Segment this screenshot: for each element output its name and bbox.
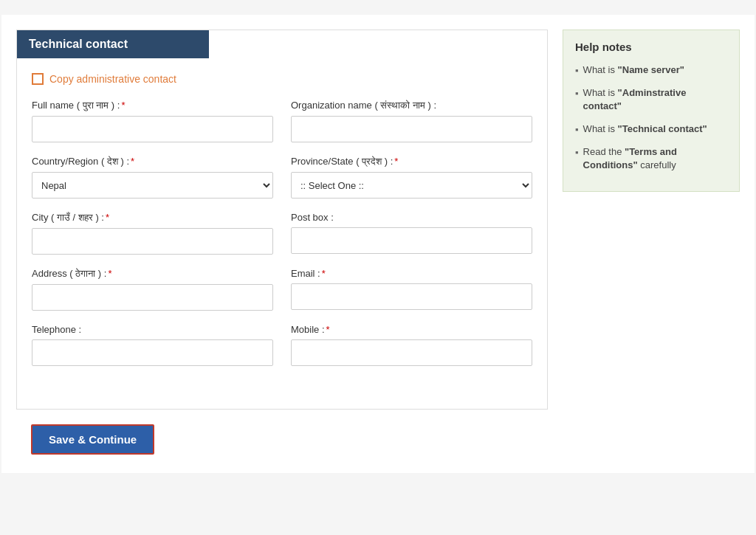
- help-note-item-4: Read the "Terms and Conditions" carefull…: [575, 145, 727, 172]
- email-required-star: *: [322, 268, 326, 279]
- group-mobile: Mobile :*: [291, 324, 532, 366]
- province-select[interactable]: :: Select One :: Province 1 Province 2 B…: [291, 172, 532, 199]
- group-city: City ( गाउँ / शहर ) :*: [32, 212, 273, 255]
- city-input[interactable]: [32, 228, 273, 255]
- country-select[interactable]: Nepal India China Other: [32, 172, 273, 199]
- copy-admin-checkbox[interactable]: [32, 73, 44, 85]
- province-required-star: *: [394, 156, 398, 167]
- help-note-item-3: What is "Technical contact": [575, 122, 727, 137]
- group-email: Email :*: [291, 268, 532, 311]
- help-note-item-1: What is "Name server": [575, 63, 727, 77]
- province-label: Province/State ( प्रदेश ) :*: [291, 156, 532, 168]
- row-fullname-org: Full name ( पुरा नाम ) :* Organization n…: [32, 100, 532, 142]
- address-input[interactable]: [32, 284, 273, 311]
- orgname-input[interactable]: [291, 116, 532, 142]
- country-label: Country/Region ( देश ) :*: [32, 156, 273, 168]
- copy-admin-label[interactable]: Copy administrative contact: [49, 73, 176, 85]
- fullname-label: Full name ( पुरा नाम ) :*: [32, 100, 273, 111]
- save-btn-row: Save & Continue: [16, 410, 548, 458]
- city-required-star: *: [106, 212, 109, 223]
- help-note-item-2: What is "Adminstrative contact": [575, 86, 727, 113]
- country-required-star: *: [131, 156, 134, 167]
- telephone-input[interactable]: [32, 339, 273, 366]
- group-address: Address ( ठेगाना ) :*: [32, 268, 273, 311]
- page-wrapper: Technical contact Copy administrative co…: [9, 22, 747, 466]
- form-title: Technical contact: [17, 30, 209, 58]
- page-outer: Technical contact Copy administrative co…: [1, 15, 755, 473]
- group-postbox: Post box :: [291, 212, 532, 255]
- city-label: City ( गाउँ / शहर ) :*: [32, 212, 273, 224]
- save-continue-button[interactable]: Save & Continue: [31, 424, 154, 455]
- help-notes-box: Help notes What is "Name server" What is…: [563, 30, 740, 192]
- form-card: Technical contact Copy administrative co…: [16, 30, 548, 410]
- row-city-postbox: City ( गाउँ / शहर ) :* Post box :: [32, 212, 532, 255]
- address-label: Address ( ठेगाना ) :*: [32, 268, 273, 280]
- group-country: Country/Region ( देश ) :* Nepal India Ch…: [32, 156, 273, 199]
- row-country-province: Country/Region ( देश ) :* Nepal India Ch…: [32, 156, 532, 199]
- group-orgname: Organization name ( संस्थाको नाम ) :: [291, 100, 532, 142]
- main-form-container: Technical contact Copy administrative co…: [16, 30, 548, 458]
- postbox-label: Post box :: [291, 212, 532, 223]
- email-input[interactable]: [291, 283, 532, 310]
- copy-admin-row: Copy administrative contact: [32, 73, 532, 85]
- help-notes-title: Help notes: [575, 41, 727, 53]
- fullname-required-star: *: [121, 100, 125, 111]
- mobile-label: Mobile :*: [291, 324, 532, 335]
- row-telephone-mobile: Telephone : Mobile :*: [32, 324, 532, 366]
- mobile-input[interactable]: [291, 339, 532, 366]
- row-address-email: Address ( ठेगाना ) :* Email :*: [32, 268, 532, 311]
- group-telephone: Telephone :: [32, 324, 273, 366]
- help-notes-list: What is "Name server" What is "Adminstra…: [575, 63, 727, 172]
- email-label: Email :*: [291, 268, 532, 279]
- form-body: Copy administrative contact Full name ( …: [17, 66, 547, 394]
- telephone-label: Telephone :: [32, 324, 273, 335]
- fullname-input[interactable]: [32, 116, 273, 142]
- orgname-label: Organization name ( संस्थाको नाम ) :: [291, 100, 532, 111]
- sidebar: Help notes What is "Name server" What is…: [563, 30, 740, 458]
- group-province: Province/State ( प्रदेश ) :* :: Select O…: [291, 156, 532, 199]
- group-fullname: Full name ( पुरा नाम ) :*: [32, 100, 273, 142]
- address-required-star: *: [108, 268, 111, 279]
- mobile-required-star: *: [326, 324, 330, 335]
- postbox-input[interactable]: [291, 227, 532, 254]
